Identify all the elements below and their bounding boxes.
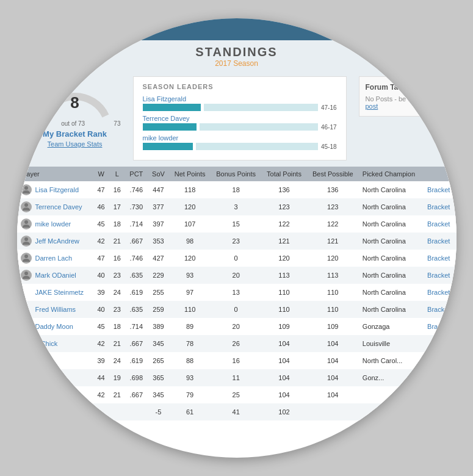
- player-cell-inner: ...Chick: [21, 338, 90, 349]
- table-cell: .635: [125, 301, 148, 318]
- season-leaders-box: SEASON LEADERS Lisa Fitzgerald 47-16 Ter…: [133, 76, 347, 160]
- leader-bar-wrap: 45-18: [143, 143, 337, 150]
- avatar-placeholder: [21, 372, 32, 383]
- champion-cell: North Carolina: [359, 267, 424, 284]
- madness-link[interactable]: Madness: [26, 24, 63, 34]
- champion-cell: Gonz...: [359, 369, 424, 386]
- table-cell: 345: [148, 386, 169, 403]
- table-cell: 110: [261, 284, 307, 301]
- svg-point-4: [24, 237, 28, 241]
- leader-name[interactable]: Terrence Davey: [143, 115, 337, 122]
- player-cell: [17, 386, 93, 403]
- table-cell: 41: [211, 403, 261, 420]
- leader-bar: [143, 104, 201, 111]
- leader-row: Terrence Davey 46-17: [143, 115, 337, 131]
- player-cell: Mark ODaniel: [17, 267, 93, 284]
- table-cell: .698: [125, 369, 148, 386]
- bracket-link[interactable]: Bra...: [427, 323, 443, 330]
- champion-cell: North Carol...: [359, 352, 424, 369]
- champion-cell: North Carolina: [359, 284, 424, 301]
- player-cell-inner: [21, 372, 90, 383]
- bracket-cell: [424, 352, 456, 369]
- table-cell: 45: [93, 215, 109, 233]
- table-cell: 46: [93, 198, 109, 215]
- table-cell: 104: [261, 386, 307, 403]
- table-cell: 104: [307, 352, 359, 369]
- player-name-link[interactable]: Lisa Fitzgerald: [35, 186, 79, 193]
- table-cell: 21: [109, 335, 125, 352]
- avatar: [21, 253, 32, 264]
- table-row: 3924.6192658816104104North Carol...: [17, 352, 457, 369]
- table-cell: [93, 403, 109, 420]
- player-name-link[interactable]: Terrence Davey: [35, 203, 82, 211]
- bracket-link[interactable]: Bracket: [427, 186, 450, 193]
- player-name-link[interactable]: ...Chick: [35, 340, 58, 347]
- col-bracket: [424, 167, 456, 181]
- table-cell: 16: [211, 352, 261, 369]
- bracket-link[interactable]: Bracket: [427, 237, 450, 245]
- table-cell: 88: [169, 352, 211, 369]
- table-cell: [307, 403, 359, 420]
- leader-score: 45-18: [321, 143, 337, 150]
- player-cell-inner: [21, 355, 90, 366]
- leader-name[interactable]: mike lowder: [143, 134, 337, 142]
- table-cell: 365: [148, 369, 169, 386]
- table-cell: 377: [148, 198, 169, 215]
- table-row: Darren Lach 4716.7464271200120120North C…: [17, 250, 457, 267]
- leader-row: Lisa Fitzgerald 47-16: [143, 95, 337, 111]
- leader-row: mike lowder 45-18: [143, 134, 337, 150]
- gauge-max: 73: [114, 120, 120, 127]
- player-name-link[interactable]: Jeff McAndrew: [35, 237, 80, 245]
- forum-post-link[interactable]: post: [366, 103, 378, 110]
- table-cell: 45: [93, 318, 109, 335]
- bracket-rank-label: My Bracket Rank: [43, 129, 107, 139]
- table-cell: 113: [261, 267, 307, 284]
- player-name-link[interactable]: Darren Lach: [35, 254, 73, 262]
- svg-point-6: [24, 272, 28, 275]
- player-name-link[interactable]: JAKE Steinmetz: [35, 289, 84, 296]
- bracket-link[interactable]: Bracket: [427, 203, 450, 211]
- table-cell: .714: [125, 318, 148, 335]
- table-cell: 389: [148, 318, 169, 335]
- table-cell: .635: [125, 267, 148, 284]
- avatar-placeholder: [21, 287, 32, 298]
- player-cell-inner: Daddy Moon: [21, 321, 90, 332]
- player-name-link[interactable]: Fred Williams: [35, 306, 76, 313]
- bracket-link[interactable]: Bracket: [427, 289, 450, 296]
- leader-bar-bg: [196, 143, 318, 150]
- bracket-cell: [424, 335, 456, 352]
- player-name-link[interactable]: mike lowder: [35, 220, 71, 228]
- forum-title: Forum Talk: [366, 83, 438, 92]
- bracket-link[interactable]: Bracket: [427, 272, 450, 279]
- table-cell: 42: [93, 233, 109, 250]
- player-name-link[interactable]: Mark ODaniel: [35, 272, 76, 279]
- gauge-min: 1: [29, 120, 33, 127]
- table-cell: 18: [109, 215, 125, 233]
- table-cell: 79: [169, 386, 211, 403]
- table-cell: 61: [169, 403, 211, 420]
- bracket-link[interactable]: Bracket: [427, 254, 450, 262]
- champion-cell: North Carolina: [359, 250, 424, 267]
- table-cell: -5: [148, 403, 169, 420]
- table-cell: 16: [109, 181, 125, 198]
- player-cell: [17, 403, 93, 420]
- forum-panel: Forum Talk No Posts - be the first to po…: [353, 70, 457, 167]
- season-leaders-panel: SEASON LEADERS Lisa Fitzgerald 47-16 Ter…: [127, 70, 353, 167]
- table-cell: 15: [211, 215, 261, 233]
- avatar: [21, 218, 32, 229]
- table-cell: 136: [307, 181, 359, 198]
- player-cell: Lisa Fitzgerald: [17, 181, 93, 198]
- table-cell: 120: [169, 198, 211, 215]
- leader-name[interactable]: Lisa Fitzgerald: [143, 95, 337, 103]
- table-cell: 20: [211, 318, 261, 335]
- team-usage-link[interactable]: Team Usage Stats: [48, 140, 103, 148]
- table-cell: 21: [109, 233, 125, 250]
- player-cell-inner: Terrence Davey: [21, 201, 90, 212]
- table-cell: 255: [148, 284, 169, 301]
- bracket-link[interactable]: Brack...: [427, 306, 450, 313]
- col-total: Total Points: [261, 167, 307, 181]
- table-cell: 23: [109, 267, 125, 284]
- bracket-link[interactable]: Bracket: [427, 220, 450, 228]
- table-cell: 123: [261, 198, 307, 215]
- player-name-link[interactable]: Daddy Moon: [35, 323, 73, 330]
